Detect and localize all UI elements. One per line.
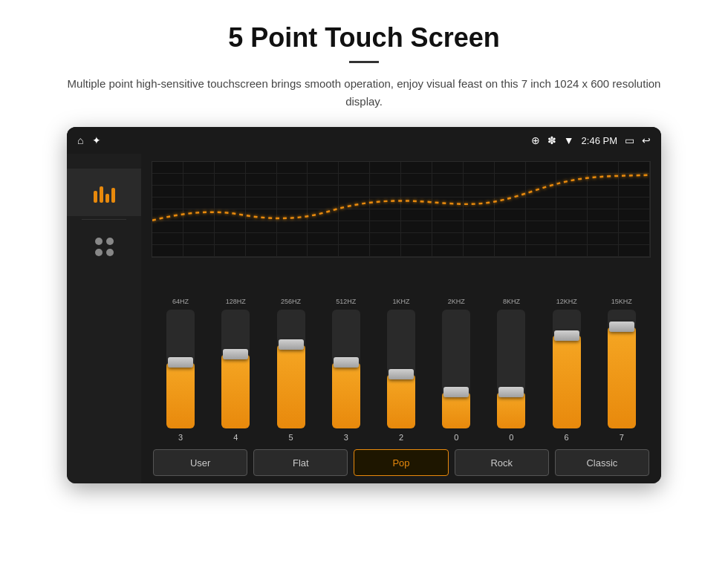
freq-label-512HZ: 512HZ [336, 298, 356, 305]
slider-handle-64HZ[interactable] [168, 357, 193, 368]
slider-value-1KHZ: 2 [399, 433, 403, 442]
slider-handle-12KHZ[interactable] [554, 330, 579, 341]
freq-label-1KHZ: 1KHZ [392, 298, 409, 305]
slider-fill-1KHZ [387, 375, 415, 428]
preset-btn-rock[interactable]: Rock [455, 449, 549, 476]
page-subtitle: Multiple point high-sensitive touchscree… [59, 75, 669, 111]
sidebar-divider [82, 219, 126, 220]
slider-col: 12KHZ6 [541, 298, 593, 442]
slider-value-512HZ: 3 [344, 433, 348, 442]
slider-col: 128HZ4 [209, 298, 261, 442]
home-icon: ⌂ [77, 134, 83, 146]
freq-label-64HZ: 64HZ [172, 298, 189, 305]
slider-fill-128HZ [221, 355, 250, 428]
slider-fill-15KHZ [608, 327, 636, 428]
preset-btn-user[interactable]: User [153, 449, 247, 476]
slider-track-15KHZ[interactable] [608, 310, 636, 428]
eq-content: // Render grid cells inline after body l… [141, 154, 661, 483]
slider-value-64HZ: 3 [178, 433, 183, 442]
device-frame: ⌂ ✦ ⊕ ✽ ▼ 2:46 PM ▭ ↩ [67, 127, 661, 483]
slider-track-512HZ[interactable] [332, 310, 360, 428]
slider-fill-64HZ [166, 363, 195, 428]
slider-track-128HZ[interactable] [221, 310, 250, 428]
slider-handle-512HZ[interactable] [334, 357, 359, 368]
slider-col: 512HZ3 [320, 298, 372, 442]
slider-fill-2KHZ [442, 393, 470, 428]
sidebar [67, 154, 141, 483]
title-divider [349, 61, 379, 63]
status-bar: ⌂ ✦ ⊕ ✽ ▼ 2:46 PM ▭ ↩ [67, 127, 661, 154]
main-area: // Render grid cells inline after body l… [67, 154, 661, 483]
location-icon: ⊕ [531, 134, 540, 146]
sidebar-eq-button[interactable] [67, 169, 141, 216]
freq-label-15KHZ: 15KHZ [611, 298, 632, 305]
slider-handle-2KHZ[interactable] [443, 387, 469, 397]
slider-handle-1KHZ[interactable] [389, 369, 414, 379]
slider-fill-12KHZ [553, 336, 581, 428]
page-title: 5 Point Touch Screen [228, 22, 499, 53]
sliders-container: 64HZ3128HZ4256HZ5512HZ31KHZ22KHZ08KHZ012… [152, 267, 651, 442]
status-left-icons: ⌂ ✦ [77, 134, 101, 146]
slider-value-12KHZ: 6 [565, 433, 569, 442]
sidebar-apps-button[interactable] [67, 223, 141, 271]
freq-label-2KHZ: 2KHZ [448, 298, 465, 305]
preset-btn-classic[interactable]: Classic [555, 449, 649, 476]
slider-handle-8KHZ[interactable] [498, 387, 524, 397]
slider-track-1KHZ[interactable] [387, 310, 415, 428]
slider-track-8KHZ[interactable] [497, 310, 525, 428]
eq-graph: // Render grid cells inline after body l… [152, 161, 651, 258]
back-icon: ↩ [642, 134, 651, 146]
bluetooth-icon: ✽ [547, 134, 556, 146]
slider-col: 64HZ3 [155, 298, 207, 442]
slider-track-64HZ[interactable] [166, 310, 195, 428]
eq-curve-svg [152, 162, 650, 257]
battery-icon: ▭ [625, 134, 634, 146]
apps-icon [94, 236, 115, 258]
freq-label-8KHZ: 8KHZ [503, 298, 520, 305]
status-right-icons: ⊕ ✽ ▼ 2:46 PM ▭ ↩ [531, 134, 651, 146]
freq-label-256HZ: 256HZ [281, 298, 301, 305]
presets-row: UserFlatPopRockClassic [152, 449, 651, 476]
slider-col: 1KHZ2 [375, 298, 427, 442]
freq-label-12KHZ: 12KHZ [556, 298, 577, 305]
slider-value-2KHZ: 0 [454, 433, 458, 442]
slider-handle-15KHZ[interactable] [609, 322, 634, 332]
slider-fill-512HZ [332, 363, 360, 428]
slider-value-128HZ: 4 [233, 433, 238, 442]
slider-handle-128HZ[interactable] [223, 349, 248, 359]
slider-handle-256HZ[interactable] [279, 339, 304, 350]
slider-col: 15KHZ7 [596, 298, 648, 442]
slider-value-256HZ: 5 [288, 433, 293, 442]
slider-col: 256HZ5 [264, 298, 316, 442]
status-time: 2:46 PM [582, 135, 617, 146]
slider-fill-256HZ [277, 345, 305, 428]
slider-col: 8KHZ0 [485, 298, 537, 442]
slider-value-8KHZ: 0 [509, 433, 513, 442]
slider-track-12KHZ[interactable] [553, 310, 581, 428]
preset-btn-flat[interactable]: Flat [253, 449, 348, 476]
usb-icon: ✦ [92, 134, 101, 146]
wifi-icon: ▼ [564, 134, 574, 146]
slider-track-2KHZ[interactable] [442, 310, 470, 428]
equalizer-icon [94, 182, 115, 203]
slider-track-256HZ[interactable] [277, 310, 305, 428]
freq-label-128HZ: 128HZ [226, 298, 246, 305]
slider-fill-8KHZ [497, 393, 525, 428]
slider-col: 2KHZ0 [430, 298, 482, 442]
slider-value-15KHZ: 7 [620, 433, 624, 442]
preset-btn-pop[interactable]: Pop [354, 449, 448, 476]
